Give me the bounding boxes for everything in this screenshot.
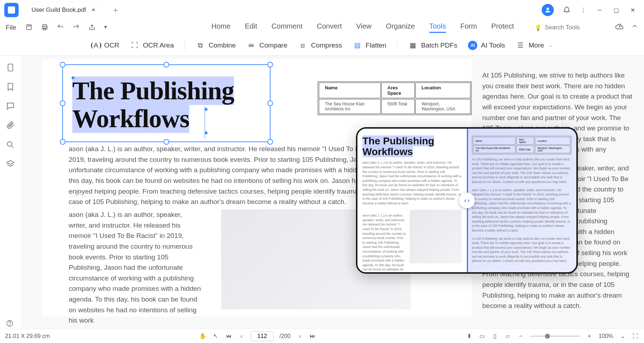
text-handle[interactable] (205, 108, 208, 111)
svg-point-8 (10, 325, 10, 325)
compare-label: Compare (259, 41, 287, 49)
layers-icon[interactable] (6, 159, 15, 169)
resize-handle[interactable] (267, 100, 273, 106)
print-icon[interactable] (41, 24, 49, 31)
combine-button[interactable]: ⧉Combine (196, 41, 236, 50)
compare-button[interactable]: ⩸Compare (247, 41, 287, 50)
comments-icon[interactable] (6, 101, 15, 111)
text-handle[interactable] (72, 76, 74, 79)
save-icon[interactable] (25, 24, 33, 31)
undo-icon[interactable] (57, 24, 65, 31)
first-page-icon[interactable]: ⏮ (225, 333, 232, 340)
titlebar: User Guild Book.pdf × ＋ ⋮ ─ ▢ ✕ (0, 0, 644, 20)
compare-right-pane: NameAres SpaceLocation The Sea House Kla… (467, 129, 576, 272)
zoom-slider[interactable] (530, 335, 580, 337)
cloud-upload-icon[interactable] (615, 23, 624, 33)
tab-tools[interactable]: Tools (429, 22, 446, 33)
minimize-icon[interactable]: ─ (596, 6, 603, 14)
more-icon: ☰ (516, 41, 525, 50)
file-menu[interactable]: File (6, 24, 16, 31)
last-page-icon[interactable]: ⏭ (309, 333, 316, 340)
text-handle[interactable] (205, 131, 208, 134)
tab-form[interactable]: Form (460, 22, 477, 33)
help-icon[interactable] (6, 319, 15, 329)
th-space: Ares Space (381, 83, 415, 98)
notification-icon[interactable] (563, 6, 570, 14)
two-page-icon[interactable]: ▱ (504, 333, 511, 340)
fit-width-icon[interactable]: ⬍ (465, 333, 473, 340)
resize-handle[interactable] (267, 62, 273, 68)
ocr-area-button[interactable]: ⛶OCR Area (130, 41, 174, 50)
document-tab[interactable]: User Guild Book.pdf × (25, 2, 102, 18)
app-logo[interactable] (4, 3, 19, 17)
single-page-icon[interactable]: ▯ (491, 333, 498, 340)
compress-label: Compress (311, 41, 342, 49)
compare-preview-overlay[interactable]: The PublishingWorkflows ason (aka J. L.)… (356, 127, 578, 274)
tab-home[interactable]: Home (211, 22, 230, 33)
status-bar: 21.01 X 29.69 cm ✋ ↖ ⏮ ‹ /200 › ⏭ ⬍ ▭ ▯ … (0, 329, 644, 343)
info-table: Name Ares Space Location The Sea House K… (318, 81, 472, 115)
collapse-ribbon-icon[interactable] (631, 23, 638, 33)
tab-convert[interactable]: Convert (317, 22, 342, 33)
text-cursor (205, 106, 205, 139)
compress-button[interactable]: ⧈Compress (298, 41, 342, 50)
flatten-button[interactable]: ▤Flatten (353, 41, 386, 50)
close-icon[interactable]: ✕ (629, 6, 636, 14)
tab-title: User Guild Book.pdf (31, 6, 86, 14)
lightbulb-icon: 💡 (535, 24, 542, 31)
fullscreen-icon[interactable]: ⛶ (632, 333, 639, 340)
combine-label: Combine (209, 41, 236, 49)
td-space: 550ft Total (381, 99, 415, 114)
search-tools[interactable]: 💡 (535, 24, 595, 31)
svg-point-6 (7, 141, 12, 146)
bookmarks-icon[interactable] (6, 82, 15, 91)
prev-page-icon[interactable]: ‹ (238, 333, 245, 340)
selection-line1: The Publishing (72, 76, 234, 105)
resize-handle[interactable] (164, 62, 169, 68)
tab-edit[interactable]: Edit (245, 22, 257, 33)
new-tab-button[interactable]: ＋ (112, 5, 119, 15)
attachments-icon[interactable] (6, 121, 15, 130)
cmp-right-text2: ason (aka J. L.) is an author, speaker, … (472, 188, 571, 233)
next-page-icon[interactable]: › (296, 333, 303, 340)
share-icon[interactable] (88, 24, 96, 31)
tab-organize[interactable]: Organize (386, 22, 415, 33)
batch-button[interactable]: ▦Batch PDFs (408, 41, 457, 50)
ocr-area-icon: ⛶ (130, 41, 139, 50)
chevron-down-icon: ⌄ (549, 43, 553, 48)
redo-icon[interactable] (73, 24, 80, 31)
resize-handle[interactable] (60, 62, 65, 68)
zoom-dropdown-icon[interactable]: ⌄ (619, 333, 626, 340)
batch-label: Batch PDFs (421, 41, 457, 49)
user-avatar[interactable] (542, 4, 554, 16)
left-column-text: ason (aka J. L.) is an author, speaker, … (69, 209, 201, 326)
compare-left-pane: The PublishingWorkflows ason (aka J. L.)… (357, 129, 467, 272)
document-canvas[interactable]: The Publishing Workflows ason (aka J. L.… (21, 56, 644, 329)
hand-tool-icon[interactable]: ✋ (199, 333, 206, 340)
tab-protect[interactable]: Protect (491, 22, 514, 33)
combine-icon: ⧉ (196, 41, 205, 50)
fit-page-icon[interactable]: ▭ (478, 333, 486, 340)
tab-view[interactable]: View (356, 22, 372, 33)
quick-dropdown-icon[interactable]: ▾ (104, 24, 112, 31)
compare-slider-knob[interactable]: ‹› (459, 193, 475, 208)
resize-handle[interactable] (60, 100, 65, 106)
page-total: /200 (279, 333, 291, 339)
page-number-input[interactable] (251, 331, 274, 341)
thumbnails-icon[interactable] (6, 63, 15, 72)
ocr-button[interactable]: ⦗A⦘OCR (91, 41, 119, 50)
kebab-menu-icon[interactable]: ⋮ (580, 6, 587, 14)
zoom-in-icon[interactable]: + (586, 333, 593, 340)
ai-tools-button[interactable]: AIAI Tools (468, 41, 505, 50)
zoom-out-icon[interactable]: − (517, 333, 524, 340)
search-panel-icon[interactable] (6, 140, 15, 149)
tab-comment[interactable]: Comment (272, 22, 303, 33)
text-selection-box[interactable]: The Publishing Workflows (62, 64, 270, 142)
tab-close-icon[interactable]: × (92, 6, 95, 14)
td-location: Westport, Washington, USA (415, 99, 470, 114)
more-button[interactable]: ☰More⌄ (516, 41, 553, 50)
search-input[interactable] (545, 24, 595, 31)
resize-handle[interactable] (60, 139, 65, 145)
select-tool-icon[interactable]: ↖ (212, 333, 219, 340)
maximize-icon[interactable]: ▢ (613, 6, 620, 14)
